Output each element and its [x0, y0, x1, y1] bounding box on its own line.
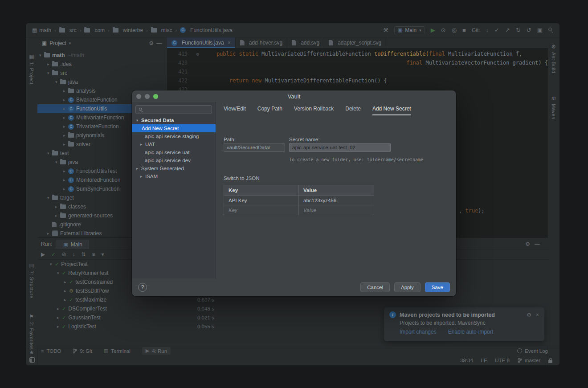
secret-name-label: Secret name: [289, 137, 319, 142]
vault-tree-label: Secured Data [141, 118, 174, 123]
switch-to-json-link[interactable]: Switch to JSON [224, 176, 260, 181]
vault-tree-label: ISAM [145, 174, 158, 179]
save-button[interactable]: Save [425, 282, 450, 292]
vault-tree-secured-data[interactable]: ▾ Secured Data [132, 116, 216, 124]
table-row[interactable]: API Key abc123xyz456 [224, 196, 374, 205]
tab-version-rollback[interactable]: Version Rollback [294, 106, 334, 115]
secret-name-input[interactable] [289, 143, 391, 152]
tab-view-edit[interactable]: View/Edit [224, 106, 246, 115]
table-header-row: Key Value [224, 185, 374, 196]
vault-tree-label: apic-api-service-staging [145, 134, 199, 139]
vault-tree-label: UAT [145, 142, 155, 147]
footer-buttons: Cancel Apply Save [360, 282, 450, 292]
value-placeholder-cell[interactable]: Value [299, 205, 374, 215]
secret-kv-table: Key Value API Key abc123xyz456 Key Value [224, 185, 374, 215]
help-button[interactable]: ? [138, 283, 147, 292]
search-icon [139, 107, 143, 111]
vault-tree-system-generated[interactable]: ▸ System Generated [132, 164, 216, 172]
vault-search-input[interactable] [146, 106, 209, 113]
vault-action-tabs: View/Edit Copy Path Version Rollback Del… [224, 106, 411, 115]
expand-arrow-icon[interactable]: ▸ [140, 142, 145, 147]
vault-search-field[interactable] [135, 105, 212, 114]
window-close-button[interactable] [136, 94, 141, 99]
vault-tree-apic-api-service-staging[interactable]: apic-api-service-staging [132, 132, 216, 140]
vault-tree-label: apic-api-service-dev [145, 158, 191, 163]
expand-arrow-icon[interactable]: ▾ [136, 118, 141, 123]
key-cell[interactable]: API Key [224, 196, 299, 205]
apply-button[interactable]: Apply [394, 282, 421, 292]
vault-tree-label: System Generated [141, 166, 184, 171]
value-cell[interactable]: abc123xyz456 [299, 196, 374, 205]
vault-tree: ▾ Secured Data Add New Secret apic-api-s… [132, 116, 216, 180]
vault-tree-panel: ▾ Secured Data Add New Secret apic-api-s… [132, 102, 216, 278]
expand-arrow-icon[interactable]: ▸ [136, 166, 141, 171]
window-zoom-button[interactable] [153, 94, 158, 99]
expand-arrow-icon[interactable]: ▸ [140, 174, 145, 179]
path-input[interactable] [224, 143, 285, 152]
vault-tree-apic-api-service-dev[interactable]: apic-api-service-dev [132, 156, 216, 164]
tab-copy-path[interactable]: Copy Path [257, 106, 282, 115]
vault-tree-isam[interactable]: ▸ ISAM [132, 172, 216, 180]
window-minimize-button[interactable] [145, 94, 150, 99]
desktop-background: { "icons": { "chevron_down": "▾", "chevr… [0, 0, 588, 388]
cancel-button[interactable]: Cancel [360, 282, 390, 292]
vault-tree-label: Add New Secret [142, 126, 179, 131]
window-controls [136, 94, 158, 99]
vault-tree-label: apic-api-service-uat [145, 150, 189, 155]
vault-dialog: Vault ▾ Secured Data Add New Secret apic… [132, 90, 456, 296]
dialog-title: Vault [288, 93, 301, 100]
tab-delete[interactable]: Delete [345, 106, 361, 115]
vault-tree-add-new-secret-selected[interactable]: Add New Secret [132, 124, 216, 132]
dialog-titlebar[interactable]: Vault [132, 90, 456, 102]
vault-dialog-content: View/Edit Copy Path Version Rollback Del… [216, 102, 456, 278]
key-placeholder-cell[interactable]: Key [224, 205, 299, 215]
tab-add-new-secret[interactable]: Add New Secret [372, 106, 411, 115]
vault-tree-uat-folder[interactable]: ▸ UAT [132, 140, 216, 148]
table-placeholder-row[interactable]: Key Value [224, 205, 374, 215]
folder-helper-text: To create a new folder, use: foldername/… [289, 157, 423, 162]
path-label: Path: [224, 137, 236, 142]
vault-tree-apic-api-service-uat[interactable]: apic-api-service-uat [132, 148, 216, 156]
value-column-header: Value [299, 185, 374, 195]
key-column-header: Key [224, 185, 299, 195]
dialog-footer: ? Cancel Apply Save [132, 278, 456, 296]
